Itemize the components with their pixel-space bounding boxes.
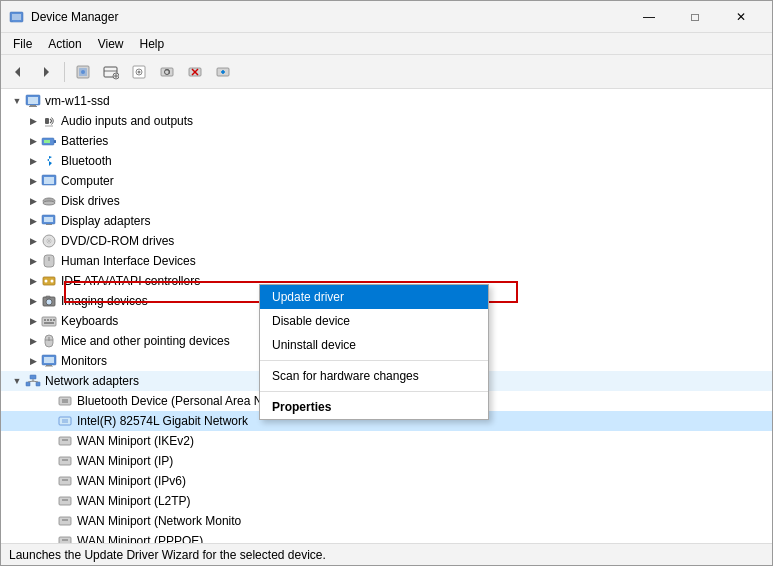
toolbar-update-button[interactable] <box>154 59 180 85</box>
tree-wan-netmon[interactable]: WAN Miniport (Network Monito <box>1 511 772 531</box>
menu-bar: File Action View Help <box>1 33 772 55</box>
tree-root[interactable]: ▼ vm-w11-ssd <box>1 91 772 111</box>
display-expand-icon[interactable]: ▶ <box>25 213 41 229</box>
tree-audio[interactable]: ▶ Audio inputs and outputs <box>1 111 772 131</box>
toolbar <box>1 55 772 89</box>
menu-action[interactable]: Action <box>40 35 89 53</box>
tree-wan-l2tp[interactable]: WAN Miniport (L2TP) <box>1 491 772 511</box>
menu-file[interactable]: File <box>5 35 40 53</box>
toolbar-show-hidden-button[interactable] <box>126 59 152 85</box>
disk-expand-icon[interactable]: ▶ <box>25 193 41 209</box>
network-icon <box>25 373 41 389</box>
maximize-button[interactable]: □ <box>672 1 718 33</box>
menu-view[interactable]: View <box>90 35 132 53</box>
svg-rect-68 <box>36 382 40 386</box>
context-menu-separator-2 <box>260 391 488 392</box>
window-icon <box>9 9 25 25</box>
context-menu-uninstall-device[interactable]: Uninstall device <box>260 333 488 357</box>
batteries-expand-icon[interactable]: ▶ <box>25 133 41 149</box>
audio-label: Audio inputs and outputs <box>61 114 193 128</box>
context-menu-update-driver[interactable]: Update driver <box>260 285 488 309</box>
toolbar-uninstall-button[interactable] <box>182 59 208 85</box>
tree-computer[interactable]: ▶ Computer <box>1 171 772 191</box>
keyboards-icon <box>41 313 57 329</box>
dvd-expand-icon[interactable]: ▶ <box>25 233 41 249</box>
svg-rect-72 <box>59 397 71 405</box>
svg-rect-52 <box>46 296 50 298</box>
svg-rect-57 <box>53 319 55 321</box>
context-menu-update-driver-label: Update driver <box>272 290 344 304</box>
status-bar: Launches the Update Driver Wizard for th… <box>1 543 772 565</box>
keyboards-expand-icon[interactable]: ▶ <box>25 313 41 329</box>
svg-rect-29 <box>45 118 49 124</box>
svg-point-51 <box>46 299 52 305</box>
mice-expand-icon[interactable]: ▶ <box>25 333 41 349</box>
svg-rect-35 <box>44 177 54 184</box>
toolbar-scan-button[interactable] <box>98 59 124 85</box>
svg-rect-82 <box>59 477 71 485</box>
keyboards-label: Keyboards <box>61 314 118 328</box>
network-expand-icon[interactable]: ▼ <box>9 373 25 389</box>
wan-netmon-label: WAN Miniport (Network Monito <box>77 514 241 528</box>
device-manager-window: Device Manager — □ ✕ File Action View He… <box>0 0 773 566</box>
context-menu: Update driver Disable device Uninstall d… <box>259 284 489 420</box>
imaging-label: Imaging devices <box>61 294 148 308</box>
tree-wan-pppoe[interactable]: WAN Miniport (PPPOE) <box>1 531 772 543</box>
bluetooth-expand-icon[interactable]: ▶ <box>25 153 41 169</box>
monitors-expand-icon[interactable]: ▶ <box>25 353 41 369</box>
intel-nic-label: Intel(R) 82574L Gigabit Network <box>77 414 248 428</box>
hid-expand-icon[interactable]: ▶ <box>25 253 41 269</box>
window-title: Device Manager <box>31 10 626 24</box>
tree-disk[interactable]: ▶ Disk drives <box>1 191 772 211</box>
imaging-expand-icon[interactable]: ▶ <box>25 293 41 309</box>
context-menu-disable-device[interactable]: Disable device <box>260 309 488 333</box>
svg-point-48 <box>45 280 48 283</box>
context-menu-scan-label: Scan for hardware changes <box>272 369 419 383</box>
toolbar-properties-button[interactable] <box>70 59 96 85</box>
context-menu-properties[interactable]: Properties <box>260 395 488 419</box>
svg-rect-65 <box>45 366 53 367</box>
menu-help[interactable]: Help <box>132 35 173 53</box>
svg-point-16 <box>138 70 141 73</box>
tree-hid[interactable]: ▶ Human Interface Devices <box>1 251 772 271</box>
context-menu-properties-label: Properties <box>272 400 331 414</box>
tree-wan-ikev2[interactable]: WAN Miniport (IKEv2) <box>1 431 772 451</box>
main-content: ▼ vm-w11-ssd ▶ <box>1 89 772 543</box>
tree-display[interactable]: ▶ Display adapters <box>1 211 772 231</box>
svg-rect-64 <box>46 365 52 366</box>
root-expand-icon[interactable]: ▼ <box>9 93 25 109</box>
intel-nic-icon <box>57 413 73 429</box>
bluetooth-label: Bluetooth <box>61 154 112 168</box>
svg-rect-40 <box>44 217 53 222</box>
tree-batteries[interactable]: ▶ Batteries <box>1 131 772 151</box>
tree-dvd[interactable]: ▶ DVD/CD-ROM drives <box>1 231 772 251</box>
audio-expand-icon[interactable]: ▶ <box>25 113 41 129</box>
svg-point-49 <box>51 280 54 283</box>
context-menu-disable-label: Disable device <box>272 314 350 328</box>
context-menu-scan[interactable]: Scan for hardware changes <box>260 364 488 388</box>
wan-l2tp-icon <box>57 493 73 509</box>
wan-ip-label: WAN Miniport (IP) <box>77 454 173 468</box>
tree-wan-ip[interactable]: WAN Miniport (IP) <box>1 451 772 471</box>
svg-rect-58 <box>44 322 54 324</box>
toolbar-forward-button[interactable] <box>33 59 59 85</box>
toolbar-back-button[interactable] <box>5 59 31 85</box>
close-button[interactable]: ✕ <box>718 1 764 33</box>
tree-bluetooth[interactable]: ▶ Bluetooth <box>1 151 772 171</box>
hid-icon <box>41 253 57 269</box>
tree-wan-ipv6[interactable]: WAN Miniport (IPv6) <box>1 471 772 491</box>
minimize-button[interactable]: — <box>626 1 672 33</box>
mice-icon <box>41 333 57 349</box>
toolbar-add-button[interactable] <box>210 59 236 85</box>
computer-item-icon <box>41 173 57 189</box>
wan-ip-icon <box>57 453 73 469</box>
svg-rect-63 <box>44 357 54 363</box>
ide-expand-icon[interactable]: ▶ <box>25 273 41 289</box>
svg-rect-56 <box>50 319 52 321</box>
batteries-label: Batteries <box>61 134 108 148</box>
title-bar: Device Manager — □ ✕ <box>1 1 772 33</box>
computer-expand-icon[interactable]: ▶ <box>25 173 41 189</box>
toolbar-separator-1 <box>64 62 65 82</box>
display-label: Display adapters <box>61 214 150 228</box>
disk-label: Disk drives <box>61 194 120 208</box>
